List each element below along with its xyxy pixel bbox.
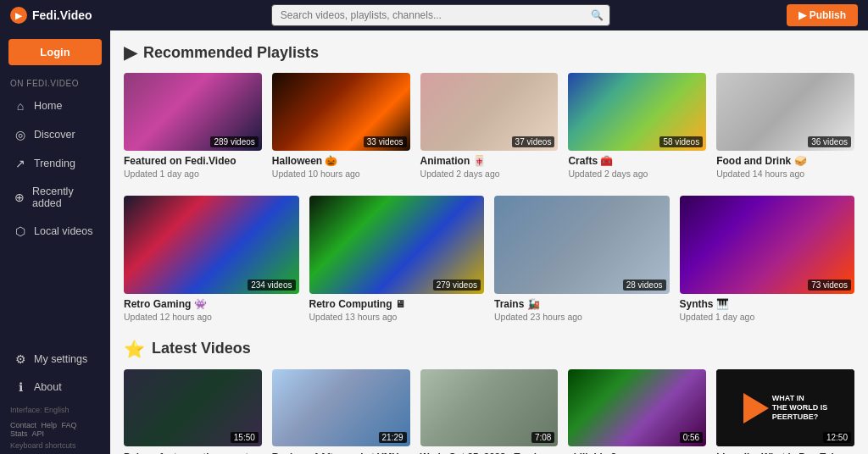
playlist-card-synths[interactable]: 73 videos Synths 🎹 Updated 1 day ago [680, 196, 855, 322]
playlist-title-retro-computing: Retro Computing 🖥 [309, 298, 485, 310]
playlist-grid-row1: 289 videos Featured on Fedi.Video Update… [124, 73, 854, 179]
playlist-count-halloween: 33 videos [364, 136, 407, 147]
publish-button[interactable]: ▶ Publish [787, 4, 858, 26]
playlist-thumb-halloween: 33 videos [272, 73, 410, 151]
about-icon: ℹ [14, 380, 27, 394]
playlist-card-retro-gaming[interactable]: 234 videos Retro Gaming 👾 Updated 12 hou… [124, 196, 299, 322]
playlist-title-retro-gaming: Retro Gaming 👾 [124, 298, 299, 310]
sidebar-item-home[interactable]: ⌂ Home [3, 92, 107, 119]
playlist-date-crafts: Updated 2 days ago [568, 169, 706, 179]
recently-added-icon: ⊕ [14, 191, 25, 204]
video-thumb-nature: 7:08 [420, 369, 559, 447]
playlist-count-synths: 73 videos [808, 280, 851, 291]
playlist-title-animation: Animation 🀄 [420, 155, 559, 167]
playlist-thumb-trains: 28 videos [494, 196, 670, 294]
playlist-grid-row2: 234 videos Retro Gaming 👾 Updated 12 hou… [124, 196, 854, 322]
playlist-count-animation: 37 videos [512, 136, 555, 147]
latest-videos-label: Latest Videos [152, 340, 251, 357]
video-title-dreamcast: Review of Aftermarket VMU for Sega Dream… [272, 451, 410, 454]
logo-area: ▶ Fedi.Video [10, 7, 95, 24]
playlist-card-food[interactable]: 36 videos Food and Drink 🥪 Updated 14 ho… [716, 73, 854, 179]
video-thumb-chillphin: 0:56 [568, 369, 706, 447]
playlist-title-synths: Synths 🎹 [680, 298, 855, 310]
video-duration-nature: 7:08 [531, 432, 554, 443]
video-grid: 15:50 Polyperfect: creating assets for a… [124, 369, 854, 454]
search-wrap: 🔍 [271, 4, 610, 26]
video-title-nature: Wed., Oct 25, 2023 - Tom's Nature walk [420, 451, 559, 454]
playlist-card-crafts[interactable]: 58 videos Crafts 🧰 Updated 2 days ago [568, 73, 706, 179]
recommended-playlists-label: Recommended Playlists [143, 44, 319, 62]
sidebar-item-home-label: Home [34, 100, 62, 112]
video-card-poly[interactable]: 15:50 Polyperfect: creating assets for a… [124, 369, 262, 454]
video-card-dreamcast[interactable]: 21:29 Review of Aftermarket VMU for Sega… [272, 369, 410, 454]
latest-videos-title: ⭐ Latest Videos [124, 339, 854, 359]
video-title-chillphin: chillphin 3 [568, 451, 706, 454]
playlist-date-trains: Updated 23 hours ago [494, 312, 670, 322]
playlist-thumb-synths: 73 videos [680, 196, 855, 294]
video-card-peertube[interactable]: WHAT INTHE WORLD ISPEERTUBE? 12:50 Live … [716, 369, 854, 454]
keyboard-shortcuts-link[interactable]: Keyboard shortcuts [0, 440, 110, 451]
sidebar-item-settings-label: My settings [34, 353, 87, 365]
video-duration-dreamcast: 21:29 [379, 432, 407, 443]
main-content: ▶ Recommended Playlists 289 videos Featu… [110, 30, 868, 454]
playlist-date-retro-computing: Updated 13 hours ago [309, 312, 485, 322]
faq-link[interactable]: FAQ [62, 421, 77, 429]
video-thumb-poly: 15:50 [124, 369, 262, 447]
playlist-count-retro-computing: 279 videos [433, 280, 481, 291]
playlist-title-halloween: Halloween 🎃 [272, 155, 410, 167]
playlist-thumb-retro-gaming: 234 videos [124, 196, 299, 294]
trending-icon: ↗ [14, 157, 27, 170]
video-card-chillphin[interactable]: 0:56 chillphin 3 8 views joe_channel@gre… [568, 369, 706, 454]
playlist-card-halloween[interactable]: 33 videos Halloween 🎃 Updated 10 hours a… [272, 73, 410, 179]
sidebar-section-label: ON FEDI.VIDEO [0, 74, 110, 91]
login-button[interactable]: Login [8, 39, 102, 65]
latest-videos-icon: ⭐ [124, 339, 145, 359]
playlist-count-food: 36 videos [808, 136, 851, 147]
logo-icon: ▶ [10, 7, 27, 24]
video-duration-poly: 15:50 [231, 432, 259, 443]
playlist-title-crafts: Crafts 🧰 [568, 155, 706, 167]
sidebar-item-local-videos-label: Local videos [34, 225, 93, 237]
video-duration-peertube: 12:50 [823, 432, 851, 443]
settings-icon: ⚙ [14, 352, 27, 366]
video-duration-chillphin: 0:56 [680, 432, 703, 443]
search-input[interactable] [271, 4, 610, 26]
sidebar-item-discover[interactable]: ◎ Discover [3, 121, 107, 148]
playlist-thumb-featured: 289 videos [124, 73, 262, 151]
video-title-poly: Polyperfect: creating assets for a livin… [124, 451, 262, 454]
playlist-thumb-food: 36 videos [716, 73, 854, 151]
video-card-nature[interactable]: 7:08 Wed., Oct 25, 2023 - Tom's Nature w… [420, 369, 559, 454]
stats-link[interactable]: Stats [10, 429, 28, 438]
playlist-card-retro-computing[interactable]: 279 videos Retro Computing 🖥 Updated 13 … [309, 196, 485, 322]
video-title-peertube: Live clip: What is PeerTube (and why I'm… [716, 451, 854, 454]
interface-label: Interface: English [0, 401, 110, 419]
sidebar-item-local-videos[interactable]: ⬡ Local videos [3, 218, 107, 245]
playlist-title-trains: Trains 🚂 [494, 298, 670, 310]
contact-link[interactable]: Contact [10, 421, 36, 429]
sidebar-item-recently-added[interactable]: ⊕ Recently added [3, 179, 107, 216]
video-thumb-peertube: WHAT INTHE WORLD ISPEERTUBE? 12:50 [716, 369, 854, 447]
sidebar-item-discover-label: Discover [34, 129, 75, 141]
playlist-date-featured: Updated 1 day ago [124, 169, 262, 179]
sidebar-item-about-label: About [34, 381, 62, 393]
help-link[interactable]: Help [42, 421, 58, 429]
playlist-count-trains: 28 videos [623, 280, 666, 291]
top-bar: ▶ Fedi.Video 🔍 ▶ Publish [0, 0, 868, 30]
playlist-count-retro-gaming: 234 videos [248, 280, 295, 291]
footer-links: Contact Help FAQ Stats API [0, 419, 110, 440]
sidebar-item-trending[interactable]: ↗ Trending [3, 150, 107, 177]
sidebar: Login ON FEDI.VIDEO ⌂ Home ◎ Discover ↗ … [0, 30, 110, 454]
sidebar-item-my-settings[interactable]: ⚙ My settings [3, 346, 107, 373]
playlist-date-synths: Updated 1 day ago [680, 312, 855, 322]
api-link[interactable]: API [32, 429, 45, 438]
sidebar-item-about[interactable]: ℹ About [3, 374, 107, 401]
playlist-card-animation[interactable]: 37 videos Animation 🀄 Updated 2 days ago [420, 73, 559, 179]
playlist-card-featured[interactable]: 289 videos Featured on Fedi.Video Update… [124, 73, 262, 179]
publish-icon: ▶ [798, 9, 806, 21]
playlist-card-trains[interactable]: 28 videos Trains 🚂 Updated 23 hours ago [494, 196, 670, 322]
discover-icon: ◎ [14, 128, 27, 141]
local-videos-icon: ⬡ [14, 224, 27, 238]
publish-label: Publish [810, 9, 846, 21]
playlist-date-food: Updated 14 hours ago [716, 169, 854, 179]
playlist-thumb-animation: 37 videos [420, 73, 559, 151]
